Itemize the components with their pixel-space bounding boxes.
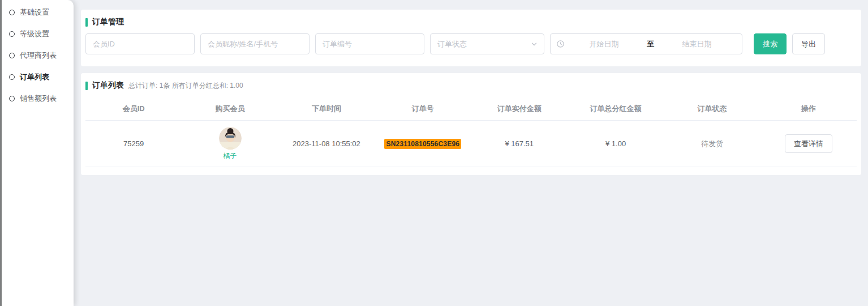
filter-row: 订单状态 开始日期 至 结束日期 搜索 导出 [85, 33, 857, 54]
sidebar-item-basic-settings[interactable]: 基础设置 [2, 2, 74, 23]
cell-status: 待发货 [664, 139, 760, 149]
circle-radio-icon [9, 96, 15, 101]
filter-title: 订单管理 [92, 17, 124, 27]
order-list-section-title: 订单列表 总计订单: 1条 所有订单分红总和: 1.00 [85, 80, 857, 91]
order-list-summary: 总计订单: 1条 所有订单分红总和: 1.00 [128, 81, 243, 91]
order-filter-card: 订单管理 订单状态 开始日期 至 结束日期 搜索 导出 [81, 10, 861, 66]
clock-icon [556, 40, 565, 48]
col-buyer: 购买会员 [182, 104, 278, 114]
col-member-id: 会员ID [85, 104, 182, 114]
col-status: 订单状态 [664, 104, 760, 114]
member-info-input[interactable] [200, 33, 310, 54]
sidebar-item-label: 等级设置 [20, 29, 49, 39]
date-range-separator: 至 [643, 39, 658, 49]
col-dividend-amount: 订单总分红金额 [568, 104, 664, 114]
main-content: 订单管理 订单状态 开始日期 至 结束日期 搜索 导出 [74, 0, 868, 306]
circle-radio-icon [9, 10, 15, 15]
circle-radio-icon [9, 31, 15, 37]
col-order-time: 下单时间 [278, 104, 375, 114]
filter-section-title: 订单管理 [85, 17, 857, 27]
member-id-input[interactable] [85, 33, 195, 54]
order-status-placeholder: 订单状态 [437, 39, 467, 49]
sidebar-item-label: 代理商列表 [20, 50, 57, 61]
order-status-select[interactable]: 订单状态 [430, 33, 544, 54]
sidebar-item-order-list[interactable]: 订单列表 [2, 66, 74, 88]
sidebar-item-label: 订单列表 [20, 72, 49, 82]
sidebar-item-level-settings[interactable]: 等级设置 [2, 23, 74, 45]
export-button[interactable]: 导出 [792, 33, 825, 54]
order-list-title: 订单列表 [92, 80, 124, 91]
table-header-row: 会员ID 购买会员 下单时间 订单号 订单实付金额 订单总分红金额 订单状态 操… [85, 97, 857, 121]
sidebar-item-label: 销售额列表 [20, 94, 57, 104]
circle-radio-icon [9, 74, 15, 80]
circle-radio-icon [9, 53, 15, 58]
table-row: 75259 [85, 121, 857, 167]
chevron-down-icon [530, 40, 538, 48]
search-button[interactable]: 搜索 [754, 33, 787, 54]
section-accent-bar [85, 82, 88, 90]
end-date-placeholder[interactable]: 结束日期 [658, 39, 736, 49]
sidebar-item-label: 基础设置 [20, 7, 49, 18]
buyer-name: 橘子 [224, 151, 237, 161]
page-root: 基础设置 等级设置 代理商列表 订单列表 销售额列表 订单管理 [0, 0, 868, 306]
cell-order-no: SN23110810556C3E96 [375, 139, 471, 149]
order-no-input[interactable] [315, 33, 424, 54]
cell-dividend-amount: ¥ 1.00 [568, 139, 664, 148]
sidebar: 基础设置 等级设置 代理商列表 订单列表 销售额列表 [2, 0, 74, 306]
cell-order-time: 2023-11-08 10:55:02 [278, 139, 375, 148]
col-action: 操作 [760, 104, 857, 114]
start-date-placeholder[interactable]: 开始日期 [565, 39, 643, 49]
date-range-picker[interactable]: 开始日期 至 结束日期 [550, 33, 742, 54]
order-no-highlight: SN23110810556C3E96 [384, 139, 461, 149]
col-order-no: 订单号 [375, 104, 471, 114]
section-accent-bar [85, 18, 88, 27]
sidebar-item-agent-list[interactable]: 代理商列表 [2, 45, 74, 66]
sidebar-item-sales-list[interactable]: 销售额列表 [2, 88, 74, 109]
order-list-card: 订单列表 总计订单: 1条 所有订单分红总和: 1.00 会员ID 购买会员 下… [81, 73, 861, 175]
cell-member-id: 75259 [85, 139, 182, 148]
cell-action: 查看详情 [760, 134, 857, 153]
cell-paid-amount: ¥ 167.51 [471, 139, 568, 148]
buyer-cell: 橘子 [182, 127, 278, 161]
vertical-scrollbar[interactable] [0, 0, 2, 306]
member-avatar [219, 127, 242, 150]
cell-buyer: 橘子 [182, 127, 278, 161]
col-paid-amount: 订单实付金额 [471, 104, 568, 114]
view-detail-button[interactable]: 查看详情 [785, 134, 832, 153]
